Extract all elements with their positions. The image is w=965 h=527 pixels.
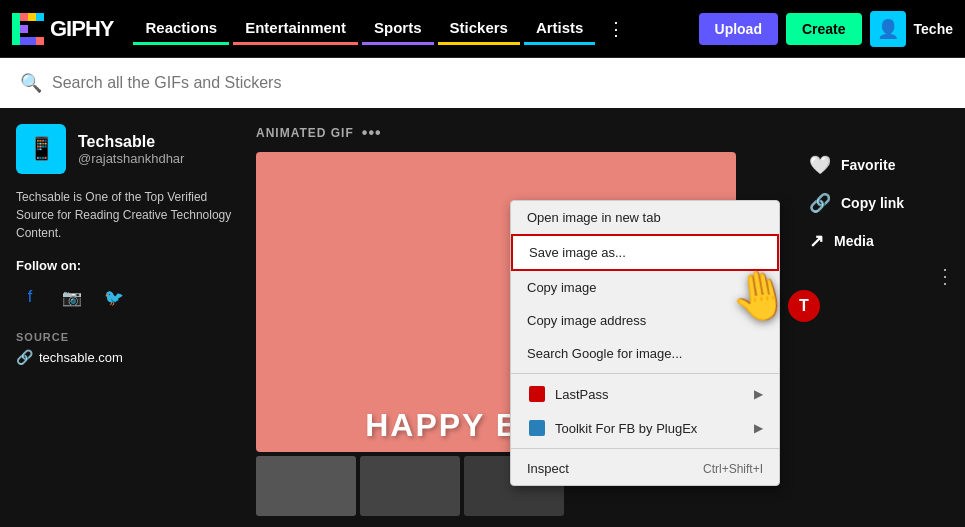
context-toolkit-arrow: ▶ (754, 421, 763, 435)
nav-sports[interactable]: Sports (362, 13, 434, 45)
svg-rect-3 (36, 13, 44, 21)
copy-link-label: Copy link (841, 195, 904, 211)
context-toolkit-fb[interactable]: Toolkit For FB by PlugEx ▶ (511, 411, 779, 445)
context-lastpass-label: LastPass (555, 387, 608, 402)
context-search-google[interactable]: Search Google for image... (511, 337, 779, 370)
cursor-badge: T (788, 290, 820, 322)
context-open-new-tab-label: Open image in new tab (527, 210, 661, 225)
header: GIPHY Reactions Entertainment Sports Sti… (0, 0, 965, 58)
nav-username: Teche (914, 21, 953, 37)
context-divider-1 (511, 373, 779, 374)
context-lastpass-left: LastPass (527, 386, 608, 402)
svg-rect-4 (20, 25, 28, 33)
context-copy-image-address[interactable]: Copy image address (511, 304, 779, 337)
svg-rect-1 (20, 13, 28, 21)
plugex-brand-icon (529, 420, 545, 436)
twitter-icon[interactable]: 🐦 (100, 283, 128, 311)
main-nav: Reactions Entertainment Sports Stickers … (133, 12, 698, 46)
follow-label: Follow on: (16, 258, 236, 273)
main-content: 📱 Techsable @rajatshankhdhar Techsable i… (0, 108, 965, 525)
search-input[interactable] (52, 74, 945, 92)
nav-actions: Upload Create 👤 Teche (699, 11, 953, 47)
context-copy-image-label: Copy image (527, 280, 596, 295)
create-button[interactable]: Create (786, 13, 862, 45)
lastpass-brand-icon (529, 386, 545, 402)
nav-stickers[interactable]: Stickers (438, 13, 520, 45)
svg-rect-2 (28, 13, 36, 21)
search-bar: 🔍 (0, 58, 965, 108)
context-menu: Open image in new tab Save image as... C… (510, 200, 780, 486)
gif-label: ANIMATED GIF ••• (256, 124, 789, 142)
media-label: Media (834, 233, 874, 249)
nav-artists[interactable]: Artists (524, 13, 596, 45)
context-save-image-label: Save image as... (529, 245, 626, 260)
source-link-icon: 🔗 (16, 349, 33, 365)
context-lastpass[interactable]: LastPass ▶ (511, 377, 779, 411)
favorite-label: Favorite (841, 157, 895, 173)
logo-text: GIPHY (50, 16, 113, 42)
svg-rect-0 (12, 13, 20, 45)
gif-options-icon[interactable]: ••• (362, 124, 382, 142)
context-inspect-label: Inspect (527, 461, 569, 476)
profile-name: Techsable (78, 133, 184, 151)
context-toolkit-label: Toolkit For FB by PlugEx (555, 421, 697, 436)
search-icon: 🔍 (20, 72, 42, 94)
nav-reactions[interactable]: Reactions (133, 13, 229, 45)
avatar-emoji: 📱 (28, 136, 55, 162)
gif-thumb-1[interactable] (256, 456, 356, 516)
link-icon: 🔗 (809, 192, 831, 214)
plugex-icon (527, 420, 547, 436)
logo[interactable]: GIPHY (12, 13, 113, 45)
avatar-icon: 👤 (877, 18, 899, 40)
action-panel: 🤍 Favorite 🔗 Copy link ↗ Media ⋮ (809, 124, 949, 525)
more-actions-button[interactable]: ⋮ (935, 264, 955, 288)
profile-section: 📱 Techsable @rajatshankhdhar (16, 124, 236, 174)
context-save-image[interactable]: Save image as... (511, 234, 779, 271)
gif-thumb-2[interactable] (360, 456, 460, 516)
profile-description: Techsable is One of the Top Verified Sou… (16, 188, 236, 242)
facebook-icon[interactable]: f (16, 283, 44, 311)
avatar: 📱 (16, 124, 66, 174)
source-url: techsable.com (39, 350, 123, 365)
upload-button[interactable]: Upload (699, 13, 778, 45)
source-label: SOURCE (16, 331, 236, 343)
sidebar: 📱 Techsable @rajatshankhdhar Techsable i… (16, 124, 236, 525)
lastpass-icon (527, 386, 547, 402)
profile-handle: @rajatshankhdhar (78, 151, 184, 166)
giphy-logo-icon (12, 13, 44, 45)
context-inspect-shortcut: Ctrl+Shift+I (703, 462, 763, 476)
share-icon: ↗ (809, 230, 824, 252)
svg-rect-6 (20, 37, 36, 45)
heart-icon: 🤍 (809, 154, 831, 176)
copy-link-button[interactable]: 🔗 Copy link (809, 192, 949, 214)
context-lastpass-arrow: ▶ (754, 387, 763, 401)
media-button[interactable]: ↗ Media (809, 230, 949, 252)
context-open-new-tab[interactable]: Open image in new tab (511, 201, 779, 234)
gif-label-text: ANIMATED GIF (256, 126, 354, 140)
profile-info: Techsable @rajatshankhdhar (78, 133, 184, 166)
nav-entertainment[interactable]: Entertainment (233, 13, 358, 45)
favorite-button[interactable]: 🤍 Favorite (809, 154, 949, 176)
context-inspect[interactable]: Inspect Ctrl+Shift+I (511, 452, 779, 485)
context-copy-image[interactable]: Copy image (511, 271, 779, 304)
avatar-button[interactable]: 👤 (870, 11, 906, 47)
context-copy-image-address-label: Copy image address (527, 313, 646, 328)
source-link[interactable]: 🔗 techsable.com (16, 349, 236, 365)
context-toolkit-left: Toolkit For FB by PlugEx (527, 420, 697, 436)
svg-rect-5 (36, 37, 44, 45)
nav-more-icon[interactable]: ⋮ (599, 12, 633, 46)
context-search-google-label: Search Google for image... (527, 346, 682, 361)
instagram-icon[interactable]: 📷 (58, 283, 86, 311)
social-icons: f 📷 🐦 (16, 283, 236, 311)
context-divider-2 (511, 448, 779, 449)
